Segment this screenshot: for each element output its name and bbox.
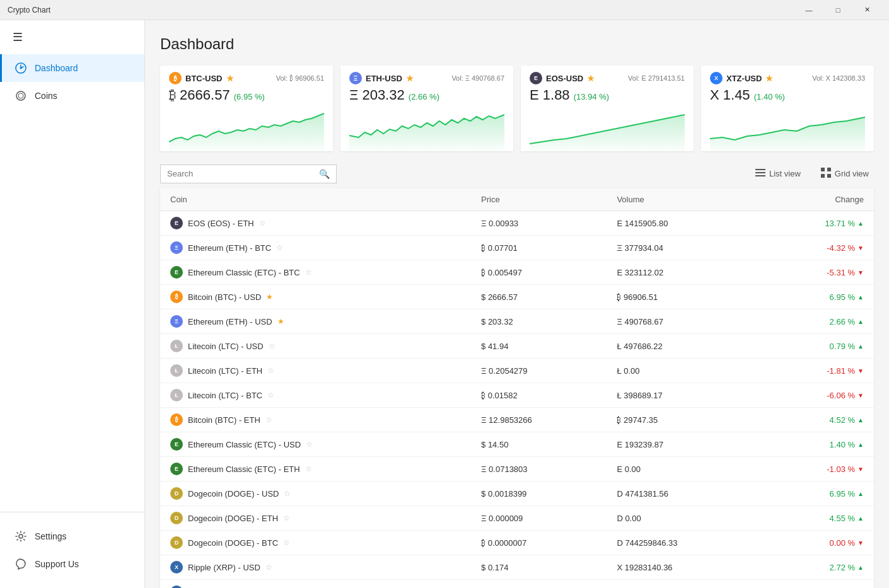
- table-row[interactable]: E Ethereum Classic (ETC) - ETH ☆ Ξ 0.071…: [160, 457, 874, 481]
- td-change: 2.72 % ▲: [761, 555, 874, 580]
- td-change: -1.03 % ▼: [761, 457, 874, 481]
- td-volume: D 4741381.56: [607, 481, 761, 506]
- coin-icon: Ξ: [170, 241, 183, 254]
- td-coin: D Dogecoin (DOGE) - BTC ☆: [160, 531, 471, 555]
- td-change: -0.35 % ▼: [761, 580, 874, 589]
- coin-name: Ripple (XRP) - USD: [188, 563, 260, 572]
- td-coin: D Dogecoin (DOGE) - USD ☆: [160, 481, 471, 506]
- card-btc-price: ₿ 2666.57 (6.95 %): [169, 87, 324, 103]
- table-row[interactable]: D Dogecoin (DOGE) - ETH ☆ Ξ 0.000009 D 0…: [160, 506, 874, 531]
- card-xtz-chart: [710, 107, 865, 151]
- sidebar-item-settings[interactable]: Settings: [0, 522, 144, 550]
- td-price: Ξ 0.00933: [471, 211, 607, 236]
- td-volume: Ł 497686.22: [607, 334, 761, 359]
- td-volume: D 0.00: [607, 506, 761, 531]
- search-input[interactable]: [167, 169, 314, 178]
- table-row[interactable]: Ξ Ethereum (ETH) - USD ★ $ 203.32 Ξ 4907…: [160, 309, 874, 334]
- sidebar-nav: Dashboard Coins: [0, 54, 144, 512]
- coin-icon: E: [170, 217, 183, 229]
- td-price: Ξ 12.9853266: [471, 408, 607, 432]
- card-eos-price: E 1.88 (13.94 %): [530, 87, 685, 103]
- coin-icon: ₿: [170, 291, 183, 303]
- star-icon: ☆: [306, 440, 313, 449]
- card-btc-usd[interactable]: ₿ BTC-USD ★ Vol: ₿ 96906.51 ₿ 2666.57 (6…: [160, 66, 333, 151]
- grid-view-label: Grid view: [835, 169, 869, 178]
- coin-name: Ethereum Classic (ETC) - ETH: [188, 464, 300, 474]
- td-price: Ξ 0.000009: [471, 506, 607, 531]
- card-btc-star: ★: [226, 74, 234, 83]
- card-xtz-star: ★: [765, 74, 773, 83]
- table-row[interactable]: Ł Litecoin (LTC) - USD ☆ $ 41.94 Ł 49768…: [160, 334, 874, 359]
- grid-view-button[interactable]: Grid view: [816, 164, 874, 183]
- app-title: Crypto Chart: [8, 6, 794, 14]
- td-change: 2.66 % ▲: [761, 309, 874, 334]
- td-change: -1.81 % ▼: [761, 359, 874, 383]
- td-price: $ 203.32: [471, 309, 607, 334]
- coin-name: Ethereum (ETH) - BTC: [188, 243, 271, 253]
- coin-name: Litecoin (LTC) - BTC: [188, 391, 262, 400]
- table-row[interactable]: ₿ Bitcoin (BTC) - ETH ☆ Ξ 12.9853266 ₿ 2…: [160, 408, 874, 432]
- sidebar-item-dashboard[interactable]: Dashboard: [0, 54, 144, 82]
- xtz-icon: X: [710, 72, 723, 84]
- coin-icon: X: [170, 585, 183, 588]
- sidebar-item-coins[interactable]: Coins: [0, 82, 144, 110]
- td-volume: Ł 0.00: [607, 359, 761, 383]
- search-icon: 🔍: [319, 169, 330, 179]
- window-controls: — □ ✕: [794, 0, 881, 20]
- arrow-down-icon: ▼: [857, 392, 864, 399]
- star-icon: ☆: [267, 366, 274, 375]
- star-icon: ☆: [267, 391, 274, 400]
- card-btc-symbol: BTC-USD: [185, 74, 223, 83]
- page-title: Dashboard: [160, 35, 874, 53]
- svg-point-4: [19, 534, 23, 538]
- table-row[interactable]: ₿ Bitcoin (BTC) - USD ★ $ 2666.57 ₿ 9690…: [160, 285, 874, 309]
- support-icon: [15, 558, 27, 570]
- td-volume: ₿ 29747.35: [607, 408, 761, 432]
- btc-icon: ₿: [169, 72, 182, 84]
- arrow-up-icon: ▲: [857, 417, 864, 424]
- svg-rect-8: [821, 168, 825, 171]
- table-row[interactable]: E Ethereum Classic (ETC) - BTC ☆ ₿ 0.005…: [160, 260, 874, 285]
- sidebar-item-support[interactable]: Support Us: [0, 550, 144, 578]
- list-view-button[interactable]: List view: [750, 164, 806, 183]
- col-header-coin: Coin: [160, 188, 471, 211]
- minimize-button[interactable]: —: [794, 0, 823, 20]
- table-row[interactable]: D Dogecoin (DOGE) - BTC ☆ ₿ 0.0000007 D …: [160, 531, 874, 555]
- card-eos-star: ★: [587, 74, 595, 83]
- coin-icon: E: [170, 463, 183, 475]
- settings-icon: [15, 530, 27, 543]
- maximize-button[interactable]: □: [823, 0, 852, 20]
- grid-view-icon: [821, 168, 831, 180]
- td-coin: D Dogecoin (DOGE) - ETH ☆: [160, 506, 471, 531]
- table-row[interactable]: Ξ Ethereum (ETH) - BTC ☆ ₿ 0.07701 Ξ 377…: [160, 236, 874, 260]
- td-price: ₿ 0.005497: [471, 260, 607, 285]
- td-volume: X 0.00: [607, 580, 761, 589]
- sidebar-item-coins-label: Coins: [35, 91, 57, 101]
- table-row[interactable]: E EOS (EOS) - ETH ☆ Ξ 0.00933 E 1415905.…: [160, 211, 874, 236]
- td-coin: E Ethereum Classic (ETC) - ETH ☆: [160, 457, 471, 481]
- dashboard-icon: [15, 62, 27, 74]
- table-row[interactable]: Ł Litecoin (LTC) - ETH ☆ Ξ 0.2054279 Ł 0…: [160, 359, 874, 383]
- table-row[interactable]: E Ethereum Classic (ETC) - USD ☆ $ 14.50…: [160, 432, 874, 457]
- card-eth-usd[interactable]: Ξ ETH-USD ★ Vol: Ξ 490768.67 Ξ 203.32 (2…: [340, 66, 513, 151]
- col-header-change: Change: [761, 188, 874, 211]
- card-xtz-vol: Vol: X 142308.33: [812, 74, 865, 82]
- table-row[interactable]: X Ripple (XRP) - ETH ☆ Ξ 0.0008534 X 0.0…: [160, 580, 874, 589]
- table-row[interactable]: X Ripple (XRP) - USD ☆ $ 0.174 X 1928314…: [160, 555, 874, 580]
- arrow-up-icon: ▲: [857, 294, 864, 301]
- toolbar: 🔍 List view Grid view: [160, 164, 874, 183]
- td-coin: Ł Litecoin (LTC) - ETH ☆: [160, 359, 471, 383]
- card-eos-usd[interactable]: E EOS-USD ★ Vol: E 2791413.51 E 1.88 (13…: [521, 66, 694, 151]
- td-volume: Ξ 377934.04: [607, 236, 761, 260]
- card-xtz-usd[interactable]: X XTZ-USD ★ Vol: X 142308.33 X 1.45 (1.4…: [701, 66, 874, 151]
- svg-rect-10: [821, 174, 825, 178]
- td-price: $ 14.50: [471, 432, 607, 457]
- close-button[interactable]: ✕: [852, 0, 881, 20]
- col-header-price: Price: [471, 188, 607, 211]
- arrow-up-icon: ▲: [857, 515, 864, 522]
- td-coin: X Ripple (XRP) - ETH ☆: [160, 580, 471, 589]
- table-row[interactable]: D Dogecoin (DOGE) - USD ☆ $ 0.0018399 D …: [160, 481, 874, 506]
- td-change: 4.52 % ▲: [761, 408, 874, 432]
- table-row[interactable]: Ł Litecoin (LTC) - BTC ☆ ₿ 0.01582 Ł 398…: [160, 383, 874, 408]
- menu-toggle-button[interactable]: ☰: [0, 20, 144, 54]
